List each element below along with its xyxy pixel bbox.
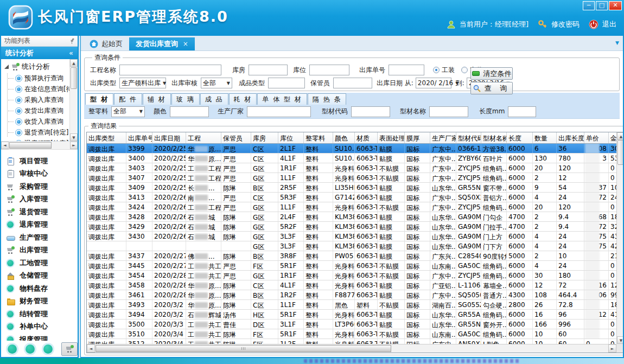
sidebar-item-14[interactable]: 补单中心 xyxy=(7,321,78,334)
column-header-12[interactable]: 生产厂家 xyxy=(430,132,456,143)
sidebar-item-11[interactable]: 物料盘存 xyxy=(7,282,78,295)
table-row[interactable]: 调拨出库34242020/2/26工工程严思G区1L1F整料光身料6063-T5… xyxy=(87,202,616,212)
footer-shortcut-2-icon[interactable] xyxy=(26,344,35,354)
sidebar-item-5[interactable]: 退货管理 xyxy=(7,206,78,219)
column-header-4[interactable]: 保管员 xyxy=(221,132,251,143)
table-row[interactable]: 调拨出库34452020/2/27工共工程严思F区5R1F整料光身料6063-T… xyxy=(87,261,616,271)
scroll-up-icon[interactable]: ▲ xyxy=(617,132,623,140)
table-row[interactable]: 调拨出库34292020/2/26石城陈琳G区5R2F整料KLM38176063… xyxy=(87,222,616,232)
column-header-16[interactable]: 数量 xyxy=(533,132,557,143)
tree-item-4[interactable]: 收货入库查询 xyxy=(4,116,69,127)
maximize-button[interactable]: □ xyxy=(596,1,608,10)
clear-conditions-button[interactable]: 清空条件 xyxy=(470,67,513,80)
close-button[interactable]: ✕ xyxy=(609,1,622,10)
column-header-15[interactable]: 长度 xyxy=(507,132,533,143)
table-row[interactable]: 调拨出库33992020/2/25华原...严思C区2L1F整料SU10...6… xyxy=(87,144,616,154)
sidebar-item-13[interactable]: 结转管理 xyxy=(7,308,78,321)
table-row[interactable]: 调拨出库34582020/2/28华原...陈琳C区4L1F整料光身料6063-… xyxy=(87,280,616,290)
sidebar-item-1[interactable]: 项目管理 xyxy=(7,155,78,168)
scrollbar-thumb[interactable] xyxy=(617,140,623,165)
manufacturer-input[interactable] xyxy=(247,106,311,117)
search-button[interactable]: 查 询 xyxy=(470,82,513,94)
project-name-input[interactable] xyxy=(119,65,221,75)
material-tab-0[interactable]: 型 材 xyxy=(85,93,113,105)
column-header-0[interactable]: 出库类型 xyxy=(87,132,126,143)
scroll-right-icon[interactable]: ► xyxy=(70,142,78,149)
footer-cart-button[interactable] xyxy=(61,342,78,356)
material-tab-1[interactable]: 配 件 xyxy=(114,93,142,105)
logout-link[interactable]: 退出 xyxy=(602,20,616,29)
change-password-link[interactable]: 修改密码 xyxy=(551,20,580,29)
column-header-13[interactable]: 型材代码 xyxy=(456,132,481,143)
table-row[interactable]: 调拨出库34942020/3/2石辉城汤伟H区5R1F整料光身料6063-T5贴… xyxy=(87,310,616,320)
expand-triangle-icon[interactable] xyxy=(4,65,9,69)
sidebar-item-15[interactable]: 报废管理 xyxy=(7,333,78,341)
color-input[interactable] xyxy=(170,106,209,117)
column-header-8[interactable]: 颜色 xyxy=(333,132,355,143)
sidebar-item-10[interactable]: 仓储管理 xyxy=(7,270,78,283)
length-input[interactable] xyxy=(508,106,536,117)
sidebar-item-7[interactable]: 生产管理 xyxy=(7,231,78,244)
scrollbar-thumb[interactable] xyxy=(9,142,52,149)
table-row[interactable]: 调拨出库34002020/2/25华原...严思C区4L1F整料SU10...6… xyxy=(87,154,616,163)
column-header-6[interactable]: 库位 xyxy=(278,132,304,143)
table-row[interactable]: 调拨出库34302020/2/26石城陈琳G区3L3F整料KLM38176063… xyxy=(87,232,616,241)
tab-shipment-query[interactable]: 发货出库查询 × xyxy=(129,37,195,50)
table-row[interactable]: 调拨出库34282020/2/26石城陈琳G区2L4F整料KLM38176063… xyxy=(87,212,616,222)
profile-code-input[interactable] xyxy=(351,106,390,117)
product-type-input[interactable] xyxy=(268,78,305,88)
table-row[interactable]: 调拨出库34612020/2/28华原...陈琳B区1R2F整料F8877FT6… xyxy=(87,290,616,300)
table-row[interactable]: 调拨出库34542020/2/28工共工程严思G区1R1F整料光身料6063-T… xyxy=(87,271,616,280)
tree-item-1[interactable]: 在途信息查询[待定] xyxy=(4,84,69,94)
scroll-down-icon[interactable]: ▼ xyxy=(70,133,78,141)
tab-home[interactable]: 起始页 xyxy=(83,37,129,50)
tree-item-6[interactable]: 退库管理[待定] xyxy=(4,138,69,141)
column-header-2[interactable]: 出库日期 xyxy=(152,132,186,143)
material-tab-3[interactable]: 玻 璃 xyxy=(171,93,200,105)
column-header-11[interactable]: 膜厚 xyxy=(405,132,430,143)
material-tab-6[interactable]: 单 体 型 材 xyxy=(257,93,307,105)
material-tab-4[interactable]: 成 品 xyxy=(200,93,228,105)
sidebar-item-2[interactable]: 审核中心 xyxy=(7,168,78,181)
material-tab-5[interactable]: 耗 材 xyxy=(229,93,257,105)
table-row[interactable]: 调拨出库34072020/2/25工工程严思G区1L1F整料光身料6063-T5… xyxy=(87,173,616,183)
scroll-left-icon[interactable]: ◄ xyxy=(1,142,9,149)
sidebar-section-header[interactable]: 统计分析 « xyxy=(1,47,78,59)
collapse-icon[interactable]: « xyxy=(69,49,73,57)
scroll-up-icon[interactable]: ▲ xyxy=(70,59,78,67)
column-header-5[interactable]: 库房 xyxy=(251,132,278,143)
scroll-right-icon[interactable]: ► xyxy=(608,344,616,353)
location-input[interactable] xyxy=(309,65,349,75)
tab-overflow-icon[interactable]: ▼ xyxy=(615,40,619,46)
table-row[interactable]: 调拨出库34932020/3/2华原...陈琳C区1L1F整料黑色塑料不贴膜国标… xyxy=(87,300,616,310)
scrollbar-thumb[interactable] xyxy=(71,67,77,89)
table-row[interactable]: 调拨出库34132020/2/26南...严思C区5R3F整料G71422606… xyxy=(87,193,616,202)
radio-gongzhuang[interactable]: 工装 xyxy=(433,66,455,75)
material-tab-2[interactable]: 辅 材 xyxy=(143,93,171,105)
sidebar-item-3[interactable]: 采购管理 xyxy=(7,180,78,193)
tree-vertical-scrollbar[interactable]: ▲ ▼ xyxy=(69,59,78,141)
column-header-1[interactable]: 出库单号 xyxy=(126,132,152,143)
column-header-14[interactable]: 型材名称 xyxy=(481,132,507,143)
tab-close-icon[interactable]: × xyxy=(183,40,188,48)
column-header-17[interactable]: 出库长度 xyxy=(557,132,584,143)
sidebar-item-6[interactable]: 退库管理 xyxy=(7,219,78,232)
tree-item-5[interactable]: 退货查询[待定] xyxy=(4,127,69,138)
date-from-select[interactable]: 2020/ 2/16▼ xyxy=(416,78,451,88)
pin-icon[interactable] xyxy=(69,38,74,44)
table-row[interactable]: 调拨出库34372020/2/27佛...陈琳B区3R8F整料PW056063-… xyxy=(87,251,616,261)
column-header-10[interactable]: 表面处理 xyxy=(378,132,405,143)
minimize-button[interactable]: ─ xyxy=(583,1,595,10)
tree-item-3[interactable]: 发货出库查询 xyxy=(4,105,69,116)
column-header-9[interactable]: 材质 xyxy=(355,132,378,143)
table-row[interactable]: 调拨出库34032020/2/25工工程严思G区1R1F整料光身料6063-T5… xyxy=(87,163,616,173)
order-no-input[interactable] xyxy=(389,65,424,75)
tree-item-2[interactable]: 采购入库查询 xyxy=(4,94,69,105)
scroll-left-icon[interactable]: ◄ xyxy=(87,344,95,353)
footer-shortcut-1-icon[interactable] xyxy=(8,344,17,354)
sidebar-item-12[interactable]: 财务管理 xyxy=(7,295,78,308)
grid-vertical-scrollbar[interactable]: ▲ ▼ xyxy=(616,132,623,344)
table-row[interactable]: 调拨出库35102020/3/4工共工程陈琳F区5R1F整料光身料6063-T5… xyxy=(87,329,616,339)
material-tab-7[interactable]: 隔 热 条 xyxy=(308,93,347,105)
profile-name-input[interactable] xyxy=(429,106,468,117)
